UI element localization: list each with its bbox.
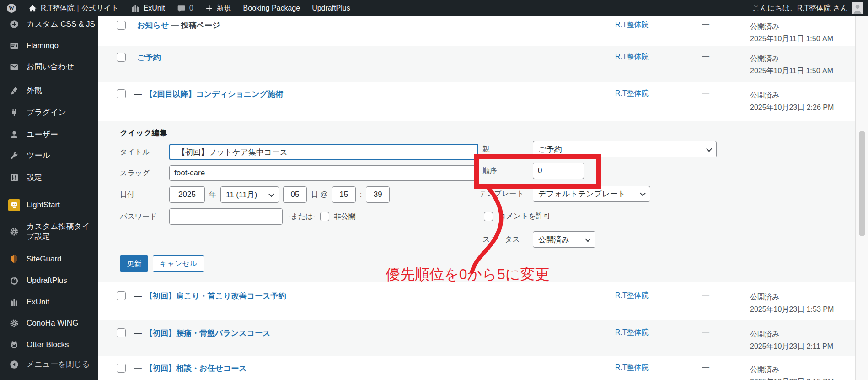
sidebar-item-custom-post-type[interactable]: カスタム投稿タイプ設定 (0, 222, 98, 242)
order-input[interactable] (533, 163, 584, 179)
brush-icon (8, 86, 20, 95)
hierarchy-dash: — (134, 292, 142, 300)
allow-comments-checkbox[interactable] (484, 212, 493, 221)
template-select[interactable]: デフォルトテンプレート (533, 186, 650, 202)
page-title-link[interactable]: ご予約 (137, 53, 161, 62)
update-button[interactable]: 更新 (120, 255, 148, 272)
page-title-link[interactable]: 【初回】相談・お任せコース (145, 364, 247, 373)
exunit-icon (131, 4, 140, 13)
template-label: テンプレート (479, 189, 533, 199)
sidebar-item-otter-blocks[interactable]: Otter Blocks (0, 340, 98, 350)
table-row: —【初回】肩こり・首こり改善コース予約 R.T整体院 — 公開済み 2025年1… (98, 282, 855, 320)
hour-input[interactable] (332, 186, 356, 203)
sidebar-item-lightstart[interactable]: LightStart (0, 199, 98, 211)
row-checkbox[interactable] (117, 89, 126, 98)
comments-cell: — (702, 363, 750, 371)
chevron-down-icon (585, 236, 591, 242)
page-title-link[interactable]: 【初回】腰痛・骨盤バランスコース (145, 329, 270, 337)
sidebar-item-appearance[interactable]: 外観 (0, 86, 98, 96)
user-icon (8, 130, 20, 139)
sidebar-item-label: LightStart (27, 200, 60, 210)
year-input[interactable] (169, 186, 205, 203)
row-checkbox[interactable] (117, 21, 126, 30)
date-label: 日付 (120, 190, 169, 200)
template-value: デフォルトテンプレート (538, 189, 626, 199)
sidebar-item-users[interactable]: ユーザー (0, 130, 98, 140)
private-checkbox[interactable] (320, 212, 329, 221)
author-link[interactable]: R.T整体院 (615, 328, 649, 336)
page-title-link[interactable]: 【初回】肩こり・首こり改善コース予約 (145, 292, 286, 300)
exunit-icon (8, 298, 20, 307)
sidebar-item-updraftplus[interactable]: UpdraftPlus (0, 276, 98, 286)
wordpress-logo-icon[interactable]: W (6, 3, 16, 13)
sidebar-item-contact[interactable]: お問い合わせ (0, 62, 98, 72)
sidebar-item-tools[interactable]: ツール (0, 151, 98, 161)
updraftplus-label: UpdraftPlus (312, 4, 350, 12)
admin-bar-account[interactable]: こんにちは、R.T整体院 さん (752, 2, 868, 14)
publish-date: 2025年10月11日 1:50 AM (750, 65, 848, 77)
author-link[interactable]: R.T整体院 (615, 21, 649, 28)
vertical-scrollbar[interactable] (855, 16, 868, 380)
page-title-link[interactable]: お知らせ (137, 21, 169, 30)
sidebar-item-flamingo[interactable]: Flamingo (0, 41, 98, 51)
sidebar-item-plugins[interactable]: プラグイン (0, 108, 98, 118)
hierarchy-dash: — (134, 90, 142, 98)
author-link[interactable]: R.T整体院 (615, 291, 649, 299)
author-link[interactable]: R.T整体院 (615, 364, 649, 371)
plugin-icon (8, 108, 20, 117)
private-label: 非公開 (334, 212, 356, 222)
sidebar-item-collapse-menu[interactable]: メニューを閉じる (0, 359, 98, 369)
exunit-label: ExUnit (144, 4, 165, 12)
cancel-button[interactable]: キャンセル (153, 255, 204, 272)
title-input[interactable]: 【初回】フットケア集中コース (169, 144, 478, 160)
admin-bar-booking-package[interactable]: Booking Package (243, 4, 300, 12)
page-title-cell: —【初回】相談・お任せコース (134, 363, 615, 374)
status-label: ステータス (482, 235, 533, 244)
sidebar-item-label: Otter Blocks (27, 340, 69, 350)
month-select[interactable]: 11 (11月) (220, 186, 279, 203)
row-checkbox[interactable] (117, 364, 126, 373)
sliders-icon (8, 173, 20, 182)
publish-status: 公開済み (750, 363, 848, 375)
sidebar-item-settings[interactable]: 設定 (0, 173, 98, 183)
chevron-down-icon (706, 146, 712, 152)
updraft-icon (8, 276, 20, 285)
page-title-cell: —【初回】肩こり・首こり改善コース予約 (134, 291, 615, 302)
sidebar-item-label: カスタム投稿タイプ設定 (27, 222, 95, 242)
admin-bar-comments[interactable]: 0 (177, 4, 193, 13)
sidebar-item-siteguard[interactable]: SiteGuard (0, 254, 98, 264)
title-value: 【初回】フットケア集中コース (177, 147, 288, 157)
row-checkbox[interactable] (117, 53, 126, 62)
admin-bar-exunit[interactable]: ExUnit (131, 4, 165, 13)
day-input[interactable] (283, 186, 307, 203)
slug-input[interactable] (169, 165, 478, 181)
minute-input[interactable] (366, 186, 390, 203)
table-row: —【2回目以降】コンディショニング施術 R.T整体院 — 公開済み 2025年1… (98, 82, 855, 121)
sidebar-item-custom-css-js[interactable]: カスタム CSS & JS (0, 19, 98, 29)
chevron-down-icon (268, 191, 274, 197)
wordpress-admin-page: W R.T整体院｜公式サイト ExUnit 0 新規 Booking Packa… (0, 0, 868, 380)
publish-status: 公開済み (750, 89, 848, 101)
booking-package-label: Booking Package (243, 4, 300, 12)
date-cell: 公開済み 2025年10月11日 1:50 AM (750, 52, 848, 77)
post-state-label: — 投稿ページ (169, 21, 220, 30)
admin-bar-site-link[interactable]: R.T整体院｜公式サイト (28, 4, 119, 13)
author-link[interactable]: R.T整体院 (615, 89, 649, 97)
page-title-link[interactable]: 【2回目以降】コンディショニング施術 (145, 90, 283, 98)
admin-bar-new[interactable]: 新規 (205, 4, 231, 13)
status-select[interactable]: 公開済み (533, 231, 595, 248)
parent-select[interactable]: ご予約 (533, 141, 717, 157)
scrollbar-thumb[interactable] (859, 131, 865, 236)
sidebar-item-label: お問い合わせ (27, 62, 74, 72)
quick-edit-heading: クイック編集 (120, 128, 167, 138)
sidebar-item-conoha-wing[interactable]: ConoHa WING (0, 318, 98, 328)
hierarchy-dash: — (134, 329, 142, 337)
otter-icon (8, 340, 20, 349)
row-checkbox[interactable] (117, 291, 126, 300)
admin-bar-updraftplus[interactable]: UpdraftPlus (312, 4, 350, 12)
row-checkbox[interactable] (117, 328, 126, 337)
author-link[interactable]: R.T整体院 (615, 53, 649, 60)
address-card-icon (8, 41, 20, 50)
password-input[interactable] (169, 208, 283, 225)
sidebar-item-exunit[interactable]: ExUnit (0, 297, 98, 307)
